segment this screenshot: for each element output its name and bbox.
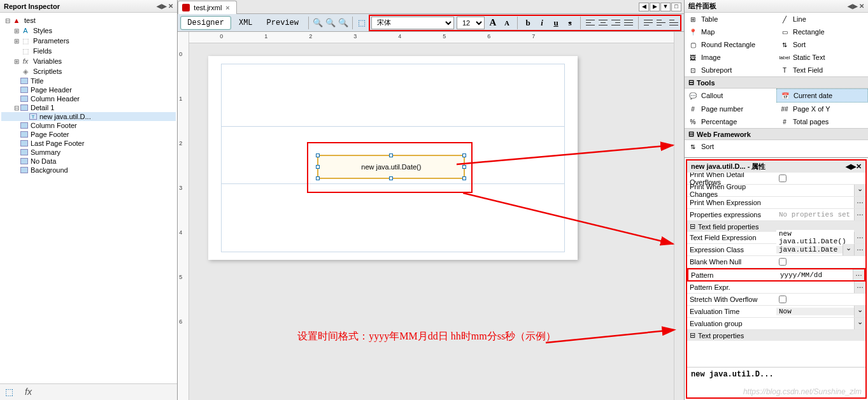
ellipsis-icon[interactable]: …	[854, 282, 865, 293]
dropdown-icon[interactable]: ⌄	[843, 244, 854, 255]
pal-pagexofy[interactable]: ##Page X of Y	[776, 103, 868, 115]
pal-cat-webfw[interactable]: ⊟Web Framework	[685, 128, 868, 140]
canvas-scrollbar[interactable]	[674, 32, 684, 400]
pal-percentage[interactable]: %Percentage	[685, 115, 776, 128]
tree-summary[interactable]: Summary	[1, 148, 176, 157]
tree-fields[interactable]: ⬚Fields	[1, 46, 176, 56]
prop-props-expr[interactable]: Properties expressionsNo properties set…	[687, 209, 865, 221]
prop-print-when-group[interactable]: Print When Group Changes⌄	[687, 185, 865, 197]
tree-no-data[interactable]: No Data	[1, 157, 176, 166]
valign-top-icon[interactable]	[643, 18, 653, 27]
datasource-icon[interactable]: ⬚	[356, 17, 367, 29]
tree-parameters[interactable]: ⊞⬚Parameters	[1, 36, 176, 46]
footer-fx-icon[interactable]: fx	[25, 387, 32, 397]
checkbox[interactable]	[779, 296, 786, 303]
preview-button[interactable]: Preview	[260, 17, 305, 29]
tree-page-header[interactable]: Page Header	[1, 85, 176, 94]
font-select[interactable]: 宋体	[371, 17, 454, 29]
fontsize-select[interactable]: 12	[457, 17, 485, 29]
minimize-icon[interactable]: ◀▶	[848, 3, 858, 10]
tab-nav-right-icon[interactable]: ▶	[650, 3, 660, 11]
tree-page-footer[interactable]: Page Footer	[1, 130, 176, 139]
prop-pattern[interactable]: Patternyyyy/MM/dd…	[687, 268, 865, 282]
pal-totalpages[interactable]: #Total pages	[776, 115, 868, 128]
prop-pattern-expr[interactable]: Pattern Expr.…	[687, 282, 865, 294]
pal-table[interactable]: ⊞Table	[685, 13, 776, 25]
italic-icon[interactable]: i	[536, 17, 548, 29]
pal-callout[interactable]: 💬Callout	[685, 89, 776, 103]
pal-sort2[interactable]: ⇅Sort	[685, 140, 776, 153]
zoom-out-icon[interactable]: 🔍	[312, 17, 324, 29]
align-right-icon[interactable]	[611, 18, 621, 27]
ellipsis-icon[interactable]: …	[854, 232, 865, 243]
tab-dropdown-icon[interactable]: ▼	[660, 3, 671, 11]
dropdown-icon[interactable]: ⌄	[854, 318, 865, 329]
tree-detail-field[interactable]: Tnew java.util.D...	[1, 112, 176, 121]
prop-expr-class[interactable]: Expression Classjava.util.Date⌄…	[687, 244, 865, 256]
align-justify-icon[interactable]	[623, 18, 634, 27]
prop-tf-expr[interactable]: Text Field Expressionnew java.util.Date(…	[687, 232, 865, 244]
tree-variables[interactable]: ⊞fxVariables	[1, 56, 176, 66]
tab-testjrxml[interactable]: test.jrxml ×	[178, 1, 236, 14]
tree-column-footer[interactable]: Column Footer	[1, 121, 176, 130]
pal-sort[interactable]: ⇅Sort	[776, 38, 868, 51]
tree-scriptlets[interactable]: ◈Scriptlets	[1, 66, 176, 76]
fontsize-down-icon[interactable]: A	[501, 17, 513, 29]
underline-icon[interactable]: u	[550, 17, 562, 29]
pal-pagenum[interactable]: #Page number	[685, 103, 776, 115]
footer-datasource-icon[interactable]: ⬚	[5, 387, 13, 397]
pal-map[interactable]: 📍Map	[685, 25, 776, 38]
tree-title-band[interactable]: Title	[1, 76, 176, 85]
prop-stretch[interactable]: Stretch With Overflow	[687, 294, 865, 306]
tab-close-icon[interactable]: ×	[225, 4, 229, 11]
prop-eval-time[interactable]: Evaluation TimeNow⌄	[687, 306, 865, 318]
zoom-in-icon[interactable]: 🔍	[325, 17, 336, 29]
minimize-icon[interactable]: ◀▶	[846, 162, 856, 170]
xml-button[interactable]: XML	[232, 17, 259, 29]
prop-blank-null[interactable]: Blank When Null	[687, 256, 865, 268]
prop-cat-textprops[interactable]: ⊟Text properties	[687, 330, 865, 341]
ellipsis-icon[interactable]: …	[854, 197, 865, 208]
tree-column-header[interactable]: Column Header	[1, 94, 176, 103]
align-left-icon[interactable]	[585, 18, 595, 27]
prop-print-when-expr[interactable]: Print When Expression…	[687, 197, 865, 209]
ellipsis-icon[interactable]: …	[854, 244, 865, 255]
tree-styles[interactable]: ⊞AStyles	[1, 25, 176, 36]
designer-button[interactable]: Designer	[180, 16, 231, 30]
dropdown-icon[interactable]: ⌄	[854, 185, 865, 196]
pal-currentdate[interactable]: 📅Current date	[776, 89, 868, 103]
strike-icon[interactable]: s	[564, 17, 576, 29]
report-page[interactable]: new java.util.Date()	[208, 56, 578, 260]
pal-line[interactable]: ╱Line	[776, 13, 868, 25]
close-icon[interactable]: ✕	[168, 3, 173, 10]
checkbox[interactable]	[779, 175, 786, 182]
ellipsis-icon[interactable]: …	[853, 269, 864, 280]
pal-subreport[interactable]: ⊡Subreport	[685, 64, 776, 76]
pal-cat-tools[interactable]: ⊟Tools	[685, 76, 868, 89]
close-icon[interactable]: ✕	[856, 162, 862, 170]
tree-detail1[interactable]: ⊟Detail 1	[1, 103, 176, 112]
dropdown-icon[interactable]: ⌄	[854, 306, 865, 317]
bold-icon[interactable]: b	[522, 17, 534, 29]
tab-maximize-icon[interactable]: □	[671, 3, 681, 11]
pal-statictext[interactable]: labelStatic Text	[776, 51, 868, 64]
pal-rectangle[interactable]: ▭Rectangle	[776, 25, 868, 38]
tree-root[interactable]: ⊟▲test	[1, 15, 176, 25]
tree-background[interactable]: Background	[1, 166, 176, 175]
canvas-main[interactable]: 0 1 2 3 4 5 6 7 ne	[189, 32, 674, 400]
zoom-fit-icon[interactable]: 🔍	[338, 17, 349, 29]
tab-nav-left-icon[interactable]: ◀	[639, 3, 649, 11]
valign-middle-icon[interactable]	[656, 18, 666, 27]
close-icon[interactable]: ✕	[859, 3, 864, 10]
align-center-icon[interactable]	[598, 18, 608, 27]
checkbox[interactable]	[779, 258, 786, 266]
ellipsis-icon[interactable]: …	[854, 209, 865, 220]
valign-bottom-icon[interactable]	[669, 18, 679, 27]
pal-image[interactable]: 🖼Image	[685, 51, 776, 64]
prop-eval-group[interactable]: Evaluation group⌄	[687, 318, 865, 330]
pal-roundrect[interactable]: ▢Round Rectangle	[685, 38, 776, 51]
fontsize-up-icon[interactable]: A	[487, 17, 499, 29]
minimize-icon[interactable]: ◀▶	[157, 3, 167, 10]
pal-textfield[interactable]: TText Field	[776, 64, 868, 76]
tree-last-page-footer[interactable]: Last Page Footer	[1, 139, 176, 148]
